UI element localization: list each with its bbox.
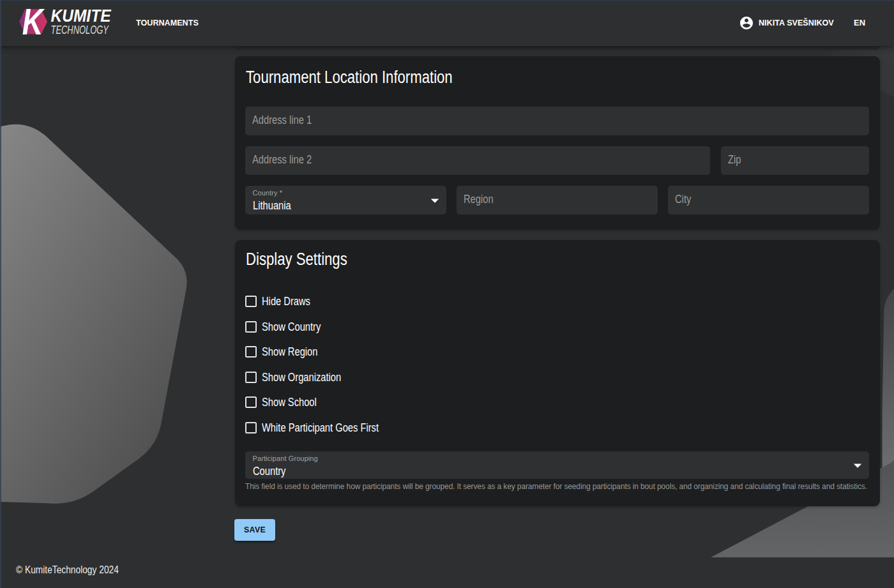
- svg-text:TECHNOLOGY: TECHNOLOGY: [51, 24, 109, 36]
- svg-text:K: K: [22, 1, 45, 42]
